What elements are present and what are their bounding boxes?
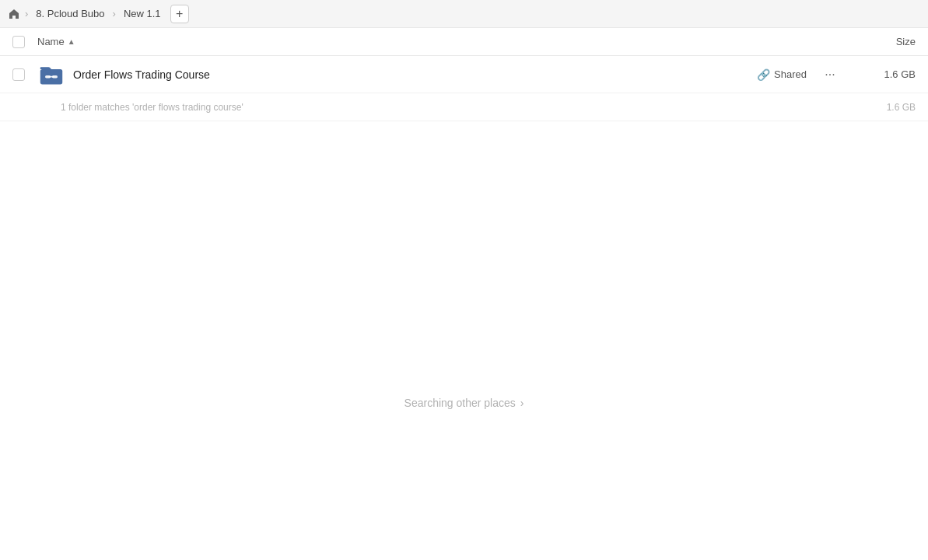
file-size: 1.6 GB (853, 68, 916, 80)
svg-rect-3 (48, 75, 54, 77)
shared-badge: 🔗 Shared (757, 68, 807, 81)
row-checkbox[interactable] (12, 68, 31, 81)
breadcrumb-separator-1: › (25, 8, 28, 19)
size-column-header: Size (853, 36, 916, 47)
shared-label: Shared (774, 68, 807, 80)
searching-other-places[interactable]: Searching other places › (0, 397, 928, 409)
name-column-header[interactable]: Name ▲ (37, 36, 853, 47)
match-text: 1 folder matches 'order flows trading co… (61, 102, 853, 113)
breadcrumb-bar: › 8. Pcloud Bubo › New 1.1 + (0, 0, 928, 28)
breadcrumb-new11[interactable]: New 1.1 (119, 6, 166, 21)
add-tab-button[interactable]: + (170, 5, 189, 23)
sort-arrow-icon: ▲ (68, 37, 75, 46)
file-row[interactable]: Order Flows Trading Course 🔗 Shared ··· … (0, 56, 928, 93)
select-all-checkbox[interactable] (12, 36, 31, 48)
link-icon: 🔗 (757, 68, 770, 81)
searching-chevron-icon: › (520, 397, 524, 409)
breadcrumb-pcloud[interactable]: 8. Pcloud Bubo (31, 6, 109, 21)
home-icon[interactable] (6, 6, 22, 22)
file-name: Order Flows Trading Course (73, 68, 757, 81)
more-icon: ··· (825, 68, 835, 82)
more-options-button[interactable]: ··· (819, 64, 841, 86)
match-size: 1.6 GB (853, 102, 916, 113)
searching-text: Searching other places (404, 397, 516, 409)
breadcrumb-separator-2: › (113, 8, 116, 19)
folder-icon (37, 61, 65, 89)
match-info-row: 1 folder matches 'order flows trading co… (0, 93, 928, 121)
column-headers: Name ▲ Size (0, 28, 928, 56)
